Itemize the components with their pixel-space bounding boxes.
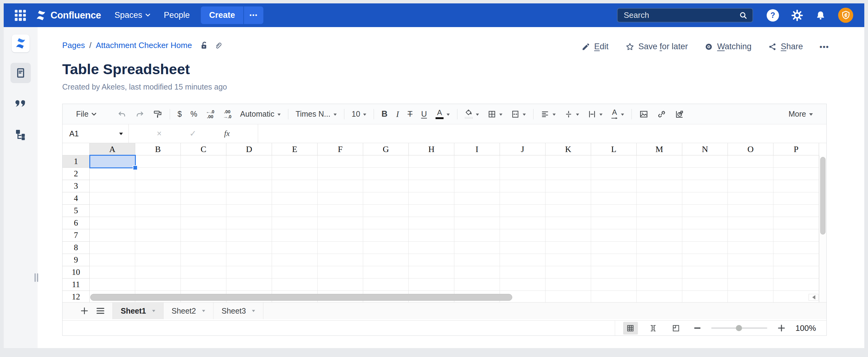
nav-spaces[interactable]: Spaces — [115, 10, 150, 20]
column-header-g[interactable]: G — [363, 143, 409, 155]
row-header-3[interactable]: 3 — [63, 180, 90, 192]
cell-c2[interactable] — [181, 168, 226, 180]
cell-k6[interactable] — [546, 217, 591, 229]
paint-format-button[interactable] — [149, 107, 167, 122]
column-header-b[interactable]: B — [135, 143, 181, 155]
cell-p8[interactable] — [773, 241, 819, 254]
cell-m7[interactable] — [637, 229, 682, 241]
cell-b7[interactable] — [135, 229, 181, 241]
row-header-9[interactable]: 9 — [63, 254, 90, 266]
cell-l9[interactable] — [591, 254, 637, 266]
cell-i10[interactable] — [454, 266, 500, 279]
cell-a2[interactable] — [90, 168, 135, 180]
add-sheet-button[interactable] — [81, 307, 88, 315]
cell-k5[interactable] — [546, 205, 591, 217]
cell-o2[interactable] — [728, 168, 773, 180]
cell-g11[interactable] — [363, 279, 409, 291]
cell-h10[interactable] — [409, 266, 454, 279]
horizontal-scrollbar-thumb[interactable] — [90, 294, 512, 301]
merge-cells-button[interactable] — [507, 107, 530, 122]
row-header-12[interactable]: 12 — [63, 291, 90, 302]
increase-decimal-button[interactable]: .00→.0 — [219, 107, 236, 122]
cell-k3[interactable] — [546, 180, 591, 192]
undo-button[interactable] — [113, 107, 131, 122]
sidebar-item-blog[interactable] — [10, 94, 31, 114]
cell-j10[interactable] — [500, 266, 546, 279]
vertical-scrollbar[interactable] — [819, 155, 827, 302]
cell-g6[interactable] — [363, 217, 409, 229]
font-size-dropdown[interactable]: 10 — [347, 107, 371, 122]
vertical-align-button[interactable] — [560, 107, 583, 122]
row-header-6[interactable]: 6 — [63, 217, 90, 229]
cell-e11[interactable] — [272, 279, 317, 291]
cell-k10[interactable] — [546, 266, 591, 279]
cell-m10[interactable] — [637, 266, 682, 279]
cell-b1[interactable] — [135, 155, 181, 168]
cell-c1[interactable] — [181, 155, 226, 168]
cell-f10[interactable] — [317, 266, 363, 279]
cell-o1[interactable] — [728, 155, 773, 168]
cell-e5[interactable] — [272, 205, 317, 217]
cell-f9[interactable] — [317, 254, 363, 266]
space-logo[interactable] — [12, 34, 30, 52]
cell-e6[interactable] — [272, 217, 317, 229]
cell-e3[interactable] — [272, 180, 317, 192]
row-header-10[interactable]: 10 — [63, 266, 90, 279]
cell-f4[interactable] — [317, 192, 363, 205]
cell-h6[interactable] — [409, 217, 454, 229]
cell-j9[interactable] — [500, 254, 546, 266]
cell-m5[interactable] — [637, 205, 682, 217]
cell-d8[interactable] — [226, 241, 272, 254]
cell-h5[interactable] — [409, 205, 454, 217]
cell-h4[interactable] — [409, 192, 454, 205]
cell-c6[interactable] — [181, 217, 226, 229]
confluence-logo[interactable]: Confluence — [35, 9, 101, 21]
cell-m11[interactable] — [637, 279, 682, 291]
cell-f3[interactable] — [317, 180, 363, 192]
cell-m9[interactable] — [637, 254, 682, 266]
cell-e8[interactable] — [272, 241, 317, 254]
cell-e9[interactable] — [272, 254, 317, 266]
column-header-c[interactable]: C — [181, 143, 226, 155]
cell-a4[interactable] — [90, 192, 135, 205]
cell-d4[interactable] — [226, 192, 272, 205]
cell-k1[interactable] — [546, 155, 591, 168]
toolbar-more-dropdown[interactable]: More — [784, 107, 817, 122]
cell-e1[interactable] — [272, 155, 317, 168]
selected-cell-a1[interactable] — [89, 155, 136, 168]
page-break-view-button[interactable] — [646, 322, 661, 334]
cell-n9[interactable] — [682, 254, 728, 266]
cell-f6[interactable] — [317, 217, 363, 229]
cell-k9[interactable] — [546, 254, 591, 266]
cell-g8[interactable] — [363, 241, 409, 254]
cell-h9[interactable] — [409, 254, 454, 266]
cell-f11[interactable] — [317, 279, 363, 291]
cell-j4[interactable] — [500, 192, 546, 205]
redo-button[interactable] — [131, 107, 149, 122]
cell-p7[interactable] — [773, 229, 819, 241]
cell-h7[interactable] — [409, 229, 454, 241]
share-button[interactable]: Share — [768, 42, 803, 52]
insert-link-button[interactable] — [653, 107, 671, 122]
app-switcher-icon[interactable] — [15, 10, 26, 21]
cell-b10[interactable] — [135, 266, 181, 279]
cell-m6[interactable] — [637, 217, 682, 229]
column-header-m[interactable]: M — [637, 143, 682, 155]
cell-l3[interactable] — [591, 180, 637, 192]
cell-d10[interactable] — [226, 266, 272, 279]
cell-j8[interactable] — [500, 241, 546, 254]
cell-p11[interactable] — [773, 279, 819, 291]
cell-e10[interactable] — [272, 266, 317, 279]
cell-b5[interactable] — [135, 205, 181, 217]
cell-a11[interactable] — [90, 279, 135, 291]
cell-d2[interactable] — [226, 168, 272, 180]
cell-d1[interactable] — [226, 155, 272, 168]
cell-a10[interactable] — [90, 266, 135, 279]
cell-i2[interactable] — [454, 168, 500, 180]
column-header-p[interactable]: P — [773, 143, 819, 155]
attachments-paperclip-icon[interactable] — [213, 41, 223, 50]
unlocked-icon[interactable] — [199, 41, 209, 50]
column-header-o[interactable]: O — [728, 143, 773, 155]
cell-f7[interactable] — [317, 229, 363, 241]
cell-o10[interactable] — [728, 266, 773, 279]
